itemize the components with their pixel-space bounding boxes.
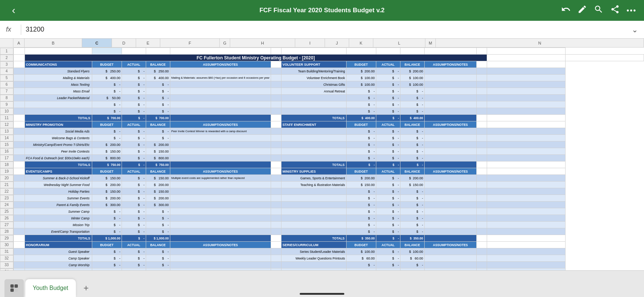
table-row: 2 FC Fullerton Student Ministry Operatin… bbox=[0, 55, 644, 61]
comm-header: COMMUNICATIONS bbox=[25, 61, 92, 68]
table-row: 7 Mass Email $ - $ - $ - Annual Retreat … bbox=[0, 88, 644, 95]
table-row: 24 Parent & Family Events $ 300.00 $ - $… bbox=[0, 202, 644, 208]
add-sheet-button[interactable]: + bbox=[79, 281, 94, 296]
search-icon[interactable] bbox=[594, 4, 603, 16]
table-row: 1 bbox=[0, 48, 644, 55]
col-header-M[interactable]: M bbox=[425, 39, 436, 47]
grid-area: 1 2 FC Fullerton Student Ministry Operat… bbox=[0, 48, 644, 270]
table-row: 13 Social Media Ads $ - $ - $ - Peer Inv… bbox=[0, 128, 644, 135]
table-row: 23 Summer Events $ 200.00 $ - $ 200.00 $… bbox=[0, 195, 644, 202]
col-header-J[interactable]: J bbox=[325, 39, 349, 47]
table-row: 22 Holiday Parties $ 150.00 $ - $ 150.00… bbox=[0, 188, 644, 195]
formula-chevron[interactable]: ⌄ bbox=[632, 25, 638, 34]
col-header-F[interactable]: F bbox=[160, 39, 220, 47]
draw-icon[interactable] bbox=[577, 4, 587, 16]
table-row: 11 TOTALS $ 700.00 $ - $ 700.00 TOTALS $… bbox=[0, 115, 644, 121]
table-row: 31 Guest Speaker $ - $ - $ - Series Stud… bbox=[0, 248, 644, 255]
table-row: 28 Event/Camp Transportation $ - $ - $ -… bbox=[0, 228, 644, 235]
table-row: 6 Mass Texting $ - $ - $ - Christmas Gif… bbox=[0, 81, 644, 88]
table-row: 18 TOTALS $ 750.00 $ - $ 750.00 TOTALS $… bbox=[0, 161, 644, 168]
spreadsheet-table: 1 2 FC Fullerton Student Ministry Operat… bbox=[0, 48, 644, 270]
undo-icon[interactable] bbox=[561, 4, 571, 16]
table-row: 33 Camp Worship $ - $ - $ - $ - $ - $ - bbox=[0, 262, 644, 268]
table-row: 3 COMMUNICATIONS BUDGET ACTUAL BALANCE A… bbox=[0, 61, 644, 68]
table-row: 10 $ - $ - $ - $ - $ - $ - bbox=[0, 108, 644, 115]
col-header-C[interactable]: C bbox=[82, 39, 112, 47]
table-row: 9 $ - $ - $ - $ - $ - $ - bbox=[0, 101, 644, 108]
top-toolbar: ‹ FCF Fiscal Year 2020 Students Budget v… bbox=[0, 0, 644, 21]
svg-rect-1 bbox=[15, 284, 18, 288]
back-button[interactable]: ‹ bbox=[7, 3, 20, 18]
col-header-B[interactable]: B bbox=[25, 39, 82, 47]
table-row: 27 Mission Trip $ - $ - $ - $ - $ - $ - bbox=[0, 222, 644, 228]
spreadsheet-area: 1 2 FC Fullerton Student Ministry Operat… bbox=[0, 48, 644, 270]
col-header-I[interactable]: I bbox=[295, 39, 325, 47]
main-title: FC Fullerton Student Ministry Operating … bbox=[25, 55, 487, 61]
sheet-tab-label: Youth Budget bbox=[33, 285, 68, 291]
sheets-grid-button[interactable] bbox=[4, 279, 24, 297]
formula-bar: fx 31200 ⌄ bbox=[0, 21, 644, 39]
table-row: 16 Peer Invite Contests $ 150.00 $ - $ 1… bbox=[0, 148, 644, 155]
sheet-tabs: Youth Budget + bbox=[4, 279, 94, 297]
col-header-D[interactable]: D bbox=[112, 39, 136, 47]
table-row: 4 Standard Flyers $ 250.00 $ - $ 250.00 … bbox=[0, 68, 644, 75]
svg-rect-0 bbox=[10, 284, 14, 288]
table-row: 5 Mailing & Materials $ 400.00 $ - $ 400… bbox=[0, 75, 644, 81]
table-row: 30 HONORARIUM BUDGET ACTUAL BALANCE ASSU… bbox=[0, 242, 644, 248]
col-header-K[interactable]: K bbox=[349, 39, 373, 47]
fx-label: fx bbox=[6, 26, 16, 33]
table-row: 8 Leader Packet/Material $ 50.00 $ - $ -… bbox=[0, 95, 644, 101]
table-row: 25 Summer Camp $ - $ - $ - $ - $ - $ - bbox=[0, 208, 644, 215]
document-title: FCF Fiscal Year 2020 Students Budget v.2 bbox=[260, 7, 385, 14]
col-header-E[interactable]: E bbox=[136, 39, 160, 47]
table-row: 14 Welcome Bags & Contents $ - $ - $ - $… bbox=[0, 135, 644, 141]
table-row: 32 Camp Speaker $ - $ - $ - Weekly Leade… bbox=[0, 255, 644, 262]
column-headers: A B C D E F G H I J K L M N bbox=[0, 39, 644, 48]
sheet-tab-youth-budget[interactable]: Youth Budget bbox=[25, 279, 76, 297]
home-indicator bbox=[300, 293, 344, 295]
col-header-N[interactable]: N bbox=[436, 39, 644, 47]
table-row: 21 Wednesday Night Summer Food $ 200.00 … bbox=[0, 182, 644, 188]
svg-rect-2 bbox=[10, 288, 14, 292]
col-header-L[interactable]: L bbox=[373, 39, 425, 47]
table-row: 12 MINISTRY PROMOTION BUDGET ACTUAL BALA… bbox=[0, 121, 644, 128]
table-row: 26 Winter Camp $ - $ - $ - $ - $ - $ - bbox=[0, 215, 644, 222]
more-options-icon[interactable]: ••• bbox=[627, 6, 637, 15]
col-header-A[interactable]: A bbox=[13, 39, 25, 47]
corner-cell bbox=[0, 39, 13, 47]
bottom-tab-bar: Youth Budget + bbox=[0, 270, 644, 297]
svg-rect-3 bbox=[15, 288, 18, 292]
col-header-H[interactable]: H bbox=[230, 39, 295, 47]
table-row: 20 Summer & Back-2-School Kickoff $ 150.… bbox=[0, 175, 644, 182]
table-row: 17 FCA Food & Outreach (est: $30x10wks e… bbox=[0, 155, 644, 161]
col-header-G[interactable]: G bbox=[220, 39, 230, 47]
table-row: 15 Ministry/Camp/Event Promo T-Shirts/Et… bbox=[0, 141, 644, 148]
share-icon[interactable] bbox=[610, 4, 620, 16]
table-row: 19 EVENTS/CAMPS BUDGET ACTUAL BALANCE AS… bbox=[0, 168, 644, 175]
formula-input[interactable]: 31200 bbox=[26, 26, 627, 33]
table-row: 29 TOTALS $ 1,000.00 $ - $ 1,000.00 TOTA… bbox=[0, 235, 644, 242]
